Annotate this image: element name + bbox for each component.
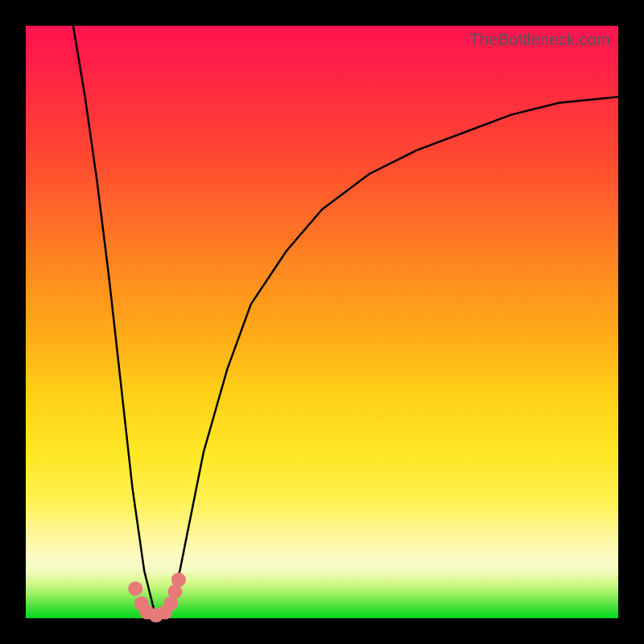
curve-layer bbox=[26, 26, 618, 618]
highlighted-markers bbox=[128, 572, 186, 622]
bottleneck-curve bbox=[73, 26, 618, 618]
plot-area: TheBottleneck.com bbox=[26, 26, 618, 618]
marker-point bbox=[171, 572, 186, 587]
chart-frame: TheBottleneck.com bbox=[0, 0, 644, 644]
marker-point bbox=[128, 581, 142, 596]
